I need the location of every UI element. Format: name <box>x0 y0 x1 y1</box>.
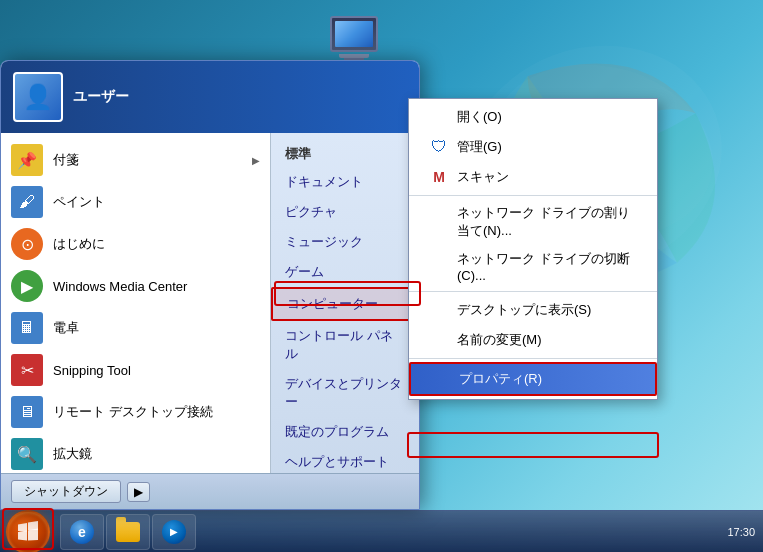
menu-item-wmc[interactable]: ▶ Windows Media Center <box>1 265 270 307</box>
context-menu: 開く(O) 🛡 管理(G) M スキャン ネットワーク ドライブの割り当て(N)… <box>408 98 658 400</box>
menu-item-rdp[interactable]: 🖥 リモート デスクトップ接続 <box>1 391 270 433</box>
start-orb <box>6 510 50 553</box>
paint-icon: 🖌 <box>11 186 43 218</box>
rename-icon <box>429 330 449 350</box>
ctx-item-disconnect-network[interactable]: ネットワーク ドライブの切断(C)... <box>409 245 657 288</box>
menu-item-attachment[interactable]: 📌 付箋 ▶ <box>1 139 270 181</box>
ctx-item-open[interactable]: 開く(O) <box>409 102 657 132</box>
ctx-item-manage[interactable]: 🛡 管理(G) <box>409 132 657 162</box>
calc-label: 電卓 <box>53 319 79 337</box>
right-item-standard: 標準 <box>271 141 419 167</box>
start-menu: 👤 ユーザー 📌 付箋 ▶ 🖌 <box>0 60 420 510</box>
disconnect-network-icon <box>429 257 449 277</box>
attachment-arrow: ▶ <box>252 155 260 166</box>
user-avatar: 👤 <box>13 72 63 122</box>
calc-icon: 🖩 <box>11 312 43 344</box>
hajimeni-label: はじめに <box>53 235 105 253</box>
windows-logo-icon <box>17 521 39 543</box>
start-menu-right-panel: 標準 ドキュメント ピクチャ ミュージック ゲーム コンピューター コントロール… <box>271 133 419 509</box>
menu-item-hajimeni[interactable]: ⊙ はじめに <box>1 223 270 265</box>
system-tray: 17:30 <box>727 526 763 538</box>
show-desktop-icon <box>429 300 449 320</box>
wmc-icon: ▶ <box>11 270 43 302</box>
taskbar-item-ie[interactable]: e <box>60 514 104 550</box>
scan-icon: M <box>429 167 449 187</box>
folder-icon <box>116 522 140 542</box>
ctx-item-scan[interactable]: M スキャン <box>409 162 657 192</box>
start-menu-header: 👤 ユーザー <box>1 61 419 133</box>
menu-item-calc[interactable]: 🖩 電卓 <box>1 307 270 349</box>
start-menu-body: 📌 付箋 ▶ 🖌 ペイント ⊙ <box>1 133 419 509</box>
menu-item-magnifier[interactable]: 🔍 拡大鏡 <box>1 433 270 473</box>
taskbar: e ▶ 17:30 <box>0 510 763 552</box>
taskbar-items: e ▶ <box>60 511 196 552</box>
rdp-icon: 🖥 <box>11 396 43 428</box>
ctx-show-desktop-label: デスクトップに表示(S) <box>457 301 591 319</box>
start-menu-left-panel: 📌 付箋 ▶ 🖌 ペイント ⊙ <box>1 133 271 509</box>
ctx-divider-2 <box>409 291 657 292</box>
map-network-icon <box>429 212 449 232</box>
snipping-icon: ✂ <box>11 354 43 386</box>
rdp-label: リモート デスクトップ接続 <box>53 403 213 421</box>
ctx-map-network-label: ネットワーク ドライブの割り当て(N)... <box>457 204 637 240</box>
right-item-documents[interactable]: ドキュメント <box>271 167 419 197</box>
properties-red-border <box>407 432 659 458</box>
ctx-item-show-desktop[interactable]: デスクトップに表示(S) <box>409 295 657 325</box>
system-tray-time: 17:30 <box>727 526 755 538</box>
start-button[interactable] <box>0 511 56 553</box>
shutdown-area: シャットダウン ▶ <box>1 473 419 509</box>
right-item-pictures[interactable]: ピクチャ <box>271 197 419 227</box>
shutdown-arrow-button[interactable]: ▶ <box>127 482 150 502</box>
paint-label: ペイント <box>53 193 105 211</box>
ctx-properties-label: プロパティ(R) <box>459 370 542 388</box>
ctx-divider-3 <box>409 358 657 359</box>
hajimeni-icon: ⊙ <box>11 228 43 260</box>
ctx-scan-label: スキャン <box>457 168 509 186</box>
magnifier-icon: 🔍 <box>11 438 43 470</box>
right-item-defaultprograms[interactable]: 既定のプログラム <box>271 417 419 447</box>
taskbar-item-mediaplayer[interactable]: ▶ <box>152 514 196 550</box>
snipping-label: Snipping Tool <box>53 363 131 378</box>
menu-item-paint[interactable]: 🖌 ペイント <box>1 181 270 223</box>
ctx-item-properties[interactable]: プロパティ(R) <box>409 362 657 396</box>
menu-item-snipping[interactable]: ✂ Snipping Tool <box>1 349 270 391</box>
ctx-rename-label: 名前の変更(M) <box>457 331 542 349</box>
properties-icon <box>431 369 451 389</box>
computer-screen-icon <box>330 16 378 52</box>
menu-items-list: 📌 付箋 ▶ 🖌 ペイント ⊙ <box>1 133 270 473</box>
magnifier-label: 拡大鏡 <box>53 445 92 463</box>
right-item-music[interactable]: ミュージック <box>271 227 419 257</box>
user-name: ユーザー <box>73 88 129 106</box>
ctx-item-map-network[interactable]: ネットワーク ドライブの割り当て(N)... <box>409 199 657 245</box>
taskbar-item-explorer[interactable] <box>106 514 150 550</box>
ctx-open-label: 開く(O) <box>457 108 502 126</box>
attachment-label: 付箋 <box>53 151 79 169</box>
desktop-computer-icon[interactable] <box>330 16 378 61</box>
open-icon <box>429 107 449 127</box>
ie-icon: e <box>70 520 94 544</box>
manage-icon: 🛡 <box>429 137 449 157</box>
ctx-divider-1 <box>409 195 657 196</box>
wmc-label: Windows Media Center <box>53 279 187 294</box>
right-item-controlpanel[interactable]: コントロール パネル <box>271 321 419 369</box>
ctx-disconnect-label: ネットワーク ドライブの切断(C)... <box>457 250 637 283</box>
right-item-devices[interactable]: デバイスとプリンター <box>271 369 419 417</box>
attachment-icon: 📌 <box>11 144 43 176</box>
ctx-manage-label: 管理(G) <box>457 138 502 156</box>
shutdown-button[interactable]: シャットダウン <box>11 480 121 503</box>
right-item-computer[interactable]: コンピューター <box>271 287 419 321</box>
desktop: 👤 ユーザー 📌 付箋 ▶ 🖌 <box>0 0 763 552</box>
ctx-item-rename[interactable]: 名前の変更(M) <box>409 325 657 355</box>
media-player-icon: ▶ <box>162 520 186 544</box>
right-item-games[interactable]: ゲーム <box>271 257 419 287</box>
